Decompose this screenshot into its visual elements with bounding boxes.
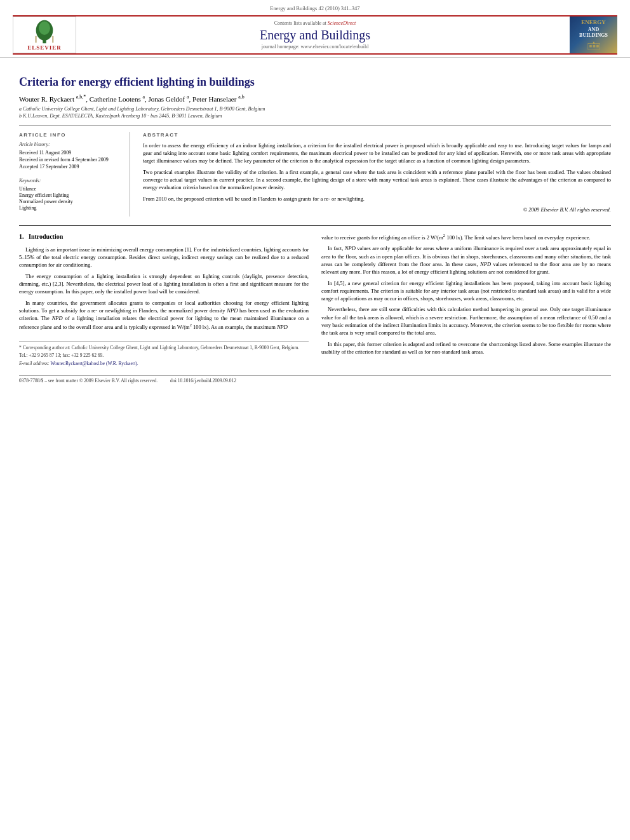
footnote-tel: Tel.: +32 9 265 87 13; fax: +32 9 225 62… <box>19 352 309 359</box>
affiliation-b: b K.U.Leuven, Dept. ESAT/ELECTA, Kasteel… <box>19 113 611 119</box>
received-date: Received 11 August 2009 <box>19 150 120 156</box>
divider-top <box>19 125 611 126</box>
footnote-email: E-mail address: Wouter.Ryckaert@kahosl.b… <box>19 361 309 368</box>
abstract-copyright: © 2009 Elsevier B.V. All rights reserved… <box>143 206 611 213</box>
body-two-columns: 1. Introduction Lighting is an important… <box>19 232 611 369</box>
cover-title-energy: ENERGY <box>581 19 606 25</box>
abstract-text: In order to assess the energy efficiency… <box>143 142 611 214</box>
keywords-list: Utilance Energy efficient lighting Norma… <box>19 186 120 211</box>
abstract-para1: In order to assess the energy efficiency… <box>143 142 611 165</box>
cover-graphic-icon <box>578 41 610 51</box>
keyword-3: Normalized power density <box>19 199 120 204</box>
footer-bar: 0378-7788/$ – see front matter © 2009 El… <box>19 375 611 383</box>
elsevier-label: ELSEVIER <box>27 44 62 51</box>
page: Energy and Buildings 42 (2010) 341–347 E… <box>0 0 630 840</box>
keyword-2: Energy efficient lighting <box>19 192 120 198</box>
accepted-date: Accepted 17 September 2009 <box>19 164 120 170</box>
article-info-heading: ARTICLE INFO <box>19 132 120 138</box>
article-body: Criteria for energy efficient lighting i… <box>0 58 630 393</box>
journal-title-center: Contents lists available at ScienceDirec… <box>13 20 617 50</box>
col2-para5: In this paper, this former criterion is … <box>321 340 611 356</box>
svg-rect-8 <box>596 45 599 48</box>
revised-date: Received in revised form 4 September 200… <box>19 157 120 163</box>
abstract-para3: From 2010 on, the proposed criterion wil… <box>143 195 611 203</box>
contents-line: Contents lists available at ScienceDirec… <box>13 20 617 26</box>
abstract-column: ABSTRACT In order to assess the energy e… <box>143 132 611 217</box>
abstract-para2: Two practical examples illustrate the va… <box>143 168 611 192</box>
header-content: ELSEVIER Contents lists available at Sci… <box>13 15 617 55</box>
volume-info: Energy and Buildings 42 (2010) 341–347 <box>13 5 617 11</box>
intro-para1: Lighting is an important issue in minimi… <box>19 246 309 269</box>
footer-issn: 0378-7788/$ – see front matter © 2009 El… <box>19 378 158 383</box>
col2-para1: value to receive grants for relighting a… <box>321 232 611 241</box>
intro-para2: The energy consumption of a lighting ins… <box>19 272 309 296</box>
footnote-star: * Corresponding author at: Catholic Univ… <box>19 345 309 352</box>
article-title: Criteria for energy efficient lighting i… <box>19 76 611 89</box>
journal-cover-image: ENERGY AND BUILDINGS <box>570 17 617 53</box>
keyword-4: Lighting <box>19 205 120 211</box>
keywords-label: Keywords: <box>19 178 120 183</box>
body-col-left: 1. Introduction Lighting is an important… <box>19 232 309 369</box>
col2-para2: In fact, NPD values are only applicable … <box>321 244 611 276</box>
body-col-right: value to receive grants for relighting a… <box>321 232 611 369</box>
svg-rect-6 <box>589 45 592 48</box>
intro-para3: In many countries, the government alloca… <box>19 299 309 331</box>
body-divider <box>19 225 611 226</box>
abstract-heading: ABSTRACT <box>143 132 611 138</box>
journal-homepage: journal homepage: www.elsevier.com/locat… <box>13 44 617 50</box>
email-link[interactable]: Wouter.Ryckaert@kahosl.be (W.R. Ryckaert… <box>51 361 138 366</box>
sciencedirect-link[interactable]: ScienceDirect <box>328 20 356 26</box>
footer-doi: doi:10.1016/j.enbuild.2009.09.012 <box>170 378 236 383</box>
svg-point-2 <box>39 22 50 35</box>
cover-title-buildings: BUILDINGS <box>579 32 608 38</box>
col2-para4: Nevertheless, there are still some diffi… <box>321 305 611 337</box>
cover-title-and: AND <box>588 27 599 32</box>
article-info-abstract-section: ARTICLE INFO Article history: Received 1… <box>19 132 611 217</box>
journal-main-title: Energy and Buildings <box>13 28 617 43</box>
article-history-label: Article history: <box>19 142 120 147</box>
affiliation-a: a Catholic University College Ghent, Lig… <box>19 106 611 112</box>
section1-title: 1. Introduction <box>19 232 309 242</box>
elsevier-logo: ELSEVIER <box>13 17 76 53</box>
journal-header: Energy and Buildings 42 (2010) 341–347 E… <box>0 0 630 58</box>
svg-rect-7 <box>593 45 595 48</box>
elsevier-tree-icon <box>25 19 64 44</box>
authors: Wouter R. Ryckaert a,b,*, Catherine Loot… <box>19 94 611 103</box>
keyword-1: Utilance <box>19 186 120 192</box>
col2-para3: In [4,5], a new general criterion for en… <box>321 279 611 303</box>
affiliations: a Catholic University College Ghent, Lig… <box>19 106 611 119</box>
footnote-area: * Corresponding author at: Catholic Univ… <box>19 341 309 368</box>
article-info-column: ARTICLE INFO Article history: Received 1… <box>19 132 130 217</box>
